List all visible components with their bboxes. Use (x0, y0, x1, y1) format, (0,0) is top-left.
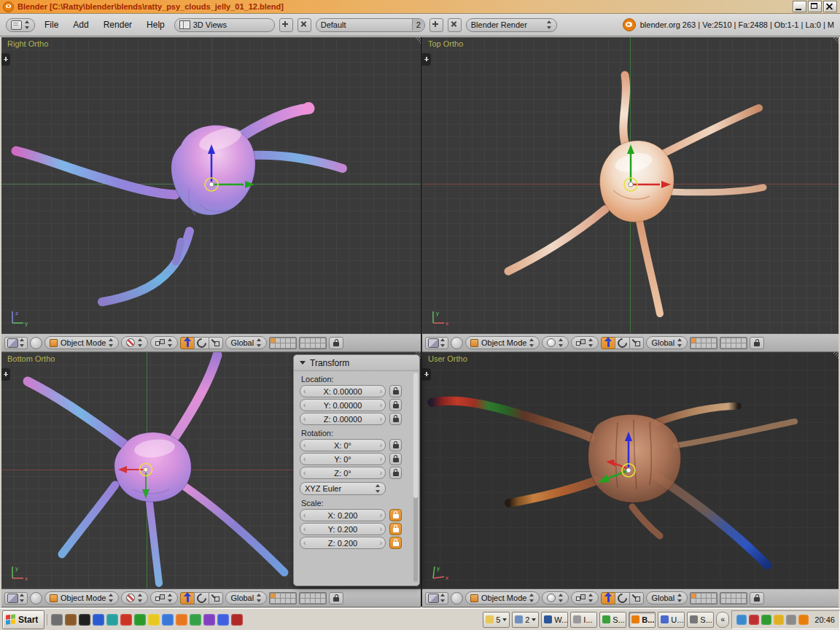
layer-grid-1[interactable] (690, 592, 718, 604)
layer-grid-2[interactable] (299, 592, 327, 604)
quick-launch-icon[interactable] (134, 614, 146, 626)
taskbar-window-button-group-2[interactable]: 2 (512, 612, 539, 628)
rotate-manipulator-button[interactable] (194, 337, 209, 349)
translate-manipulator-button[interactable] (601, 337, 615, 349)
transform-orientation-selector[interactable]: Global (646, 591, 688, 604)
quick-launch-icon[interactable] (217, 614, 229, 626)
layer-grid-2[interactable] (299, 337, 327, 349)
add-screen-layout-button[interactable] (279, 18, 293, 32)
interaction-mode-selector[interactable]: Object Mode (465, 591, 540, 604)
jellyfish-object-top-view[interactable] (422, 37, 839, 333)
viewport-shading-selector[interactable] (542, 336, 569, 349)
pivot-center-selector[interactable] (150, 336, 178, 349)
viewport-shading-selector[interactable] (542, 591, 569, 604)
quick-launch-icon[interactable] (93, 614, 104, 626)
layer-grid-1[interactable] (269, 592, 297, 604)
pivot-center-selector[interactable] (150, 591, 178, 604)
tray-icon[interactable] (749, 615, 759, 625)
viewport-top-left[interactable]: Right Ortho z y (1, 37, 421, 333)
rotation-z-lock-toggle[interactable] (389, 467, 402, 479)
tray-icon[interactable] (761, 615, 771, 625)
tray-icon[interactable] (798, 615, 809, 625)
quick-launch-icon[interactable] (176, 614, 187, 626)
scale-y-field[interactable]: Y: 0.200 (300, 523, 386, 535)
translate-manipulator-button[interactable] (180, 337, 195, 349)
close-button[interactable] (823, 1, 837, 12)
scale-z-field[interactable]: Z: 0.200 (300, 537, 386, 549)
tray-icon[interactable] (786, 615, 796, 625)
menu-file[interactable]: File (39, 18, 63, 31)
window-titlebar[interactable]: Blender [C:\Ratty\blender\blends\ratty_p… (0, 0, 840, 14)
jellyfish-object-right-view[interactable] (1, 37, 421, 333)
taskbar-window-button-s2[interactable]: S... (687, 612, 714, 628)
quick-launch-icon[interactable] (106, 614, 118, 626)
rotate-manipulator-button[interactable] (615, 592, 630, 604)
pivot-center-selector[interactable] (571, 336, 599, 349)
editor-type-selector-info[interactable] (6, 18, 35, 32)
viewport-shading-selector[interactable] (121, 336, 148, 349)
add-scene-button[interactable] (429, 18, 443, 32)
interaction-mode-selector[interactable]: Object Mode (44, 336, 119, 349)
rotation-y-lock-toggle[interactable] (389, 453, 402, 465)
location-z-lock-toggle[interactable] (389, 413, 402, 425)
quick-launch-icon[interactable] (148, 614, 160, 626)
rotation-y-field[interactable]: Y: 0° (300, 453, 386, 465)
jellyfish-mesh[interactable] (16, 102, 343, 302)
scale-manipulator-button[interactable] (209, 337, 223, 349)
taskbar-window-button-group-1[interactable]: 5 (483, 612, 510, 628)
quick-launch-icon[interactable] (203, 614, 215, 626)
quick-launch-icon[interactable] (162, 614, 174, 626)
translate-manipulator-button[interactable] (601, 592, 615, 604)
interaction-mode-selector[interactable]: Object Mode (44, 591, 119, 604)
taskbar-window-button-s1[interactable]: S... (599, 612, 626, 628)
tray-icon[interactable] (736, 615, 747, 625)
location-z-field[interactable]: Z: 0.00000 (300, 413, 386, 425)
tray-icon[interactable] (774, 615, 784, 625)
pivot-center-selector[interactable] (571, 591, 599, 604)
scale-x-field[interactable]: X: 0.200 (300, 509, 386, 521)
transform-orientation-selector[interactable]: Global (225, 591, 267, 604)
scale-manipulator-button[interactable] (209, 592, 223, 604)
jellyfish-object-user-view[interactable] (422, 352, 839, 588)
layer-grid-2[interactable] (720, 592, 747, 604)
header-menus-toggle[interactable] (30, 592, 42, 604)
tray-chevron-button[interactable]: « (716, 612, 729, 628)
editor-type-selector[interactable] (4, 592, 28, 604)
location-x-lock-toggle[interactable] (389, 385, 402, 397)
jellyfish-mesh[interactable] (432, 401, 795, 565)
region-expand-tab[interactable] (422, 368, 431, 381)
quick-launch-icon[interactable] (231, 614, 243, 626)
maximize-button[interactable] (808, 1, 822, 12)
minimize-button[interactable] (793, 1, 806, 12)
transform-orientation-selector[interactable]: Global (646, 336, 688, 349)
scale-y-lock-toggle[interactable] (389, 523, 402, 535)
jellyfish-mesh[interactable] (28, 355, 284, 583)
quick-launch-icon[interactable] (120, 614, 132, 626)
region-expand-tab[interactable] (1, 53, 10, 66)
taskbar-window-button-u[interactable]: U... (658, 612, 685, 628)
transform-panel-header[interactable]: Transform (294, 355, 419, 371)
rotate-manipulator-button[interactable] (194, 592, 209, 604)
taskbar-window-button-info[interactable]: I... (570, 612, 597, 628)
rotate-manipulator-button[interactable] (615, 337, 630, 349)
rotation-x-field[interactable]: X: 0° (300, 439, 386, 451)
quick-launch-icon[interactable] (79, 614, 90, 626)
transform-orientation-selector[interactable]: Global (225, 336, 267, 349)
render-engine-selector[interactable]: Blender Render (466, 18, 557, 32)
quick-launch-icon[interactable] (190, 614, 201, 626)
start-button[interactable]: Start (2, 610, 44, 629)
layer-grid-1[interactable] (690, 337, 718, 349)
header-menus-toggle[interactable] (451, 592, 463, 604)
delete-screen-layout-button[interactable] (298, 18, 311, 32)
scene-selector[interactable]: Default 2 (316, 18, 425, 32)
scene-lock-button[interactable] (750, 592, 764, 604)
viewport-shading-selector[interactable] (121, 591, 148, 604)
menu-render[interactable]: Render (98, 18, 137, 31)
scene-lock-button[interactable] (329, 337, 343, 349)
translate-manipulator-button[interactable] (180, 592, 195, 604)
menu-add[interactable]: Add (68, 18, 93, 31)
delete-scene-button[interactable] (448, 18, 462, 32)
quick-launch-icon[interactable] (65, 614, 77, 626)
rotation-x-lock-toggle[interactable] (389, 439, 402, 451)
rotation-order-selector[interactable]: XYZ Euler (300, 482, 386, 495)
